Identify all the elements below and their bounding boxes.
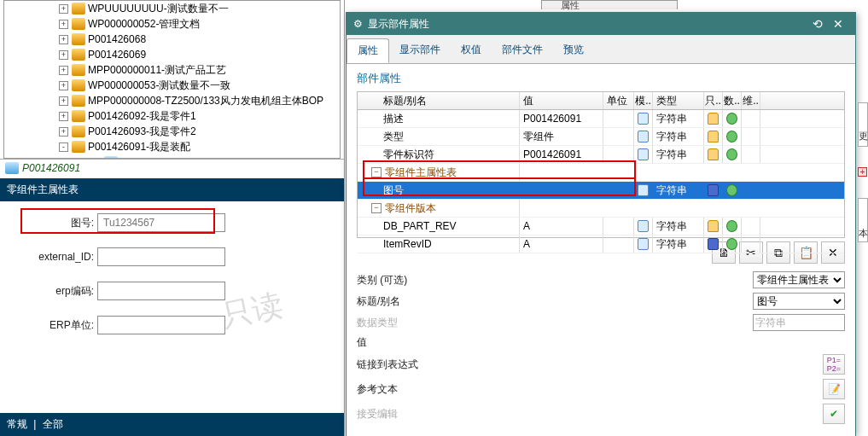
tree-item[interactable]: +MPP000000008-TZ2500/133风力发电机组主体BOP	[8, 93, 336, 108]
grid-cell	[704, 128, 723, 145]
refresh-icon	[726, 131, 737, 142]
grid-header-cell[interactable]: 只..	[704, 92, 723, 109]
grid-cell	[603, 110, 634, 127]
grid-cell: 字符串	[653, 182, 704, 199]
dialog-tab[interactable]: 显示部件	[389, 38, 451, 63]
page-icon	[638, 131, 649, 142]
grid-header-cell[interactable]: 维..	[742, 92, 760, 109]
page-icon	[638, 148, 649, 160]
tree-item[interactable]: +P001426068	[8, 32, 336, 47]
input-erp-unit[interactable]	[97, 316, 225, 334]
restore-button[interactable]: ⟲	[807, 17, 828, 31]
expander-icon[interactable]: +	[59, 50, 68, 60]
tree-item[interactable]: -P001426091-我是装配	[8, 139, 336, 154]
grid-cell: 字符串	[653, 218, 704, 235]
grid-cell: DB_PART_REV	[358, 218, 520, 235]
grid-cell	[634, 182, 653, 199]
tree-item-label: WPUUUUUUUU-测试数量不一	[88, 2, 229, 16]
folder-icon	[72, 18, 85, 30]
expander-icon[interactable]: +	[59, 112, 68, 121]
tree-item[interactable]: +WP000000052-管理文档	[8, 16, 336, 32]
select-title-alias[interactable]: 图号	[753, 293, 845, 310]
tree-item-label: WP000000052-管理文档	[88, 17, 200, 32]
grid-cell: 零组件	[520, 128, 603, 145]
tree-item[interactable]: +P001426069	[8, 47, 336, 62]
grid-header-cell[interactable]: 类型	[653, 92, 704, 109]
grid-row[interactable]: 描述P001426091字符串	[358, 110, 844, 128]
accept-edit-button[interactable]: ✔	[823, 404, 845, 424]
form-area: 图号: external_ID: erp编码: ERP单位:	[0, 201, 344, 423]
select-category[interactable]: 零组件主属性表	[753, 271, 845, 288]
page-icon	[638, 184, 649, 196]
lock-icon	[708, 148, 719, 160]
grid-cell	[723, 182, 742, 199]
folder-icon	[72, 141, 85, 153]
grid-cell: A	[520, 235, 603, 253]
property-grid[interactable]: 标题/别名值单位模..类型只..数..维.. 描述P001426091字符串类型…	[357, 91, 845, 238]
expander-icon[interactable]: +	[59, 96, 68, 106]
grid-row[interactable]: ItemRevIDA字符串	[358, 235, 844, 253]
gear-icon: ⚙	[353, 18, 363, 30]
expander-icon[interactable]: +	[59, 127, 68, 137]
refresh-icon	[726, 238, 737, 250]
dialog-tab[interactable]: 部件文件	[492, 38, 553, 63]
grid-cell	[704, 110, 723, 127]
grid-cell	[603, 128, 634, 145]
tree-item-label: MPP000000011-测试产品工艺	[88, 63, 226, 78]
tab-general[interactable]: 常规	[7, 418, 27, 430]
grid-header-cell[interactable]: 数..	[723, 92, 742, 109]
expander-icon[interactable]: +	[59, 35, 68, 44]
grid-header-cell[interactable]: 单位	[603, 92, 634, 109]
grid-header-cell[interactable]: 标题/别名	[358, 92, 520, 109]
dialog-tab[interactable]: 预览	[553, 38, 594, 63]
tree-item[interactable]: +MPP000000011-测试产品工艺	[8, 62, 336, 78]
input-external-id[interactable]	[97, 247, 225, 266]
folder-icon	[72, 125, 85, 137]
expander-icon[interactable]: -	[59, 142, 68, 152]
close-button[interactable]: ✕	[828, 17, 848, 31]
label-value: 值	[357, 335, 434, 350]
dialog-tab[interactable]: 属性	[347, 38, 389, 63]
input-erp-code[interactable]	[97, 282, 225, 300]
expander-icon[interactable]: +	[59, 20, 68, 29]
link-expr-button[interactable]: P1=P2=	[823, 354, 845, 375]
grid-group-row[interactable]: 零组件版本	[358, 200, 844, 218]
ref-text-button[interactable]: 📝	[823, 379, 845, 399]
tree-view[interactable]: +WPUUUUUUUU-测试数量不一+WP000000052-管理文档+P001…	[3, 0, 341, 159]
grid-cell	[634, 128, 653, 145]
grid-cell: P001426091	[520, 110, 603, 127]
grid-cell	[634, 110, 653, 127]
lock-icon	[708, 220, 719, 232]
label-ref-text: 参考文本	[357, 382, 434, 397]
tree-item[interactable]: +WPUUUUUUUU-测试数量不一	[8, 1, 336, 16]
tree-item[interactable]: +P001426092-我是零件1	[8, 108, 336, 124]
grid-row[interactable]: 类型零组件字符串	[358, 128, 844, 146]
label-title-alias: 标题/别名	[357, 294, 434, 309]
tree-item-label: MPP000000008-TZ2500/133风力发电机组主体BOP	[88, 94, 323, 108]
side-btn-1[interactable]: 更	[858, 102, 868, 147]
expander-icon[interactable]: +	[59, 81, 68, 90]
expander-icon[interactable]: +	[59, 4, 68, 14]
dialog-tab[interactable]: 权值	[451, 38, 492, 63]
left-panel: +WPUUUUUUUU-测试数量不一+WP000000052-管理文档+P001…	[0, 0, 345, 436]
expander-icon[interactable]: +	[59, 66, 68, 75]
label-accept-edit: 接受编辑	[357, 407, 434, 421]
highlight-group-row	[363, 160, 636, 179]
grid-cell	[742, 146, 760, 163]
grid-cell	[742, 235, 760, 253]
grid-row[interactable]: DB_PART_REVA字符串	[358, 218, 844, 235]
tab-all[interactable]: 全部	[43, 418, 63, 430]
grid-cell	[634, 218, 653, 235]
side-btn-2[interactable]: 本	[858, 198, 868, 242]
lock-icon	[708, 113, 719, 125]
label-category: 类别 (可选)	[357, 273, 434, 288]
grid-cell	[704, 218, 723, 235]
tree-item[interactable]: +P001426093-我是零件2	[8, 124, 336, 139]
highlight-selected-row	[363, 177, 636, 196]
refresh-icon	[726, 184, 737, 196]
grid-header-cell[interactable]: 值	[520, 92, 603, 109]
grid-header-cell[interactable]: 模..	[634, 92, 653, 109]
dialog-titlebar[interactable]: ⚙ 显示部件属性 ⟲ ✕	[347, 13, 855, 35]
tree-item[interactable]: +WP000000053-测试数量不一致	[8, 78, 336, 93]
side-add-icon[interactable]: +	[858, 167, 867, 177]
